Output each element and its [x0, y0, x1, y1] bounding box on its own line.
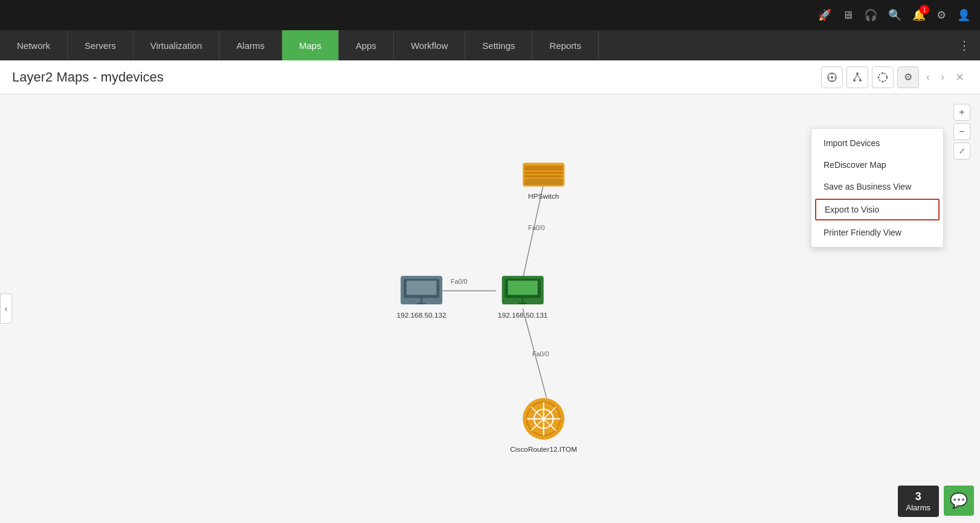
nav-bar: Network Servers Virtualization Alarms Ma… — [0, 30, 980, 60]
map-canvas[interactable]: ‹ Fa0/0 Fa0/0 Fa0/0 HPSwitch — [0, 94, 980, 523]
nav-alarms[interactable]: Alarms — [219, 30, 282, 60]
main-content: Layer2 Maps - mydevices — [0, 60, 980, 523]
map-header: Layer2 Maps - mydevices — [0, 60, 980, 94]
svg-point-7 — [853, 79, 856, 82]
dropdown-menu: Import Devices ReDiscover Map Save as Bu… — [811, 128, 944, 248]
page-title: Layer2 Maps - mydevices — [12, 69, 164, 85]
sidebar-toggle[interactable]: ‹ — [0, 294, 12, 324]
bottom-badges: 3 Alarms 💬 — [898, 486, 974, 517]
save-business-view-item[interactable]: Save as Business View — [811, 176, 943, 197]
rediscover-map-item[interactable]: ReDiscover Map — [811, 154, 943, 176]
nav-maps[interactable]: Maps — [282, 30, 339, 60]
nav-forward-button[interactable]: › — [937, 68, 948, 86]
nav-workflow[interactable]: Workflow — [394, 30, 465, 60]
svg-point-11 — [878, 73, 887, 82]
notification-badge: 1 — [920, 5, 929, 14]
svg-rect-28 — [407, 281, 436, 295]
monitor-icon[interactable]: 🖥 — [842, 9, 853, 22]
zoom-in-button[interactable]: + — [953, 104, 970, 121]
alarms-count: 3 — [906, 490, 930, 503]
hp-switch-label: HPSwitch — [528, 192, 559, 201]
nav-network[interactable]: Network — [0, 30, 68, 60]
close-button[interactable]: ✕ — [952, 68, 968, 86]
nav-virtualization[interactable]: Virtualization — [134, 30, 220, 60]
svg-rect-30 — [417, 303, 426, 304]
zoom-out-button[interactable]: − — [953, 123, 970, 140]
user-icon[interactable]: 👤 — [957, 8, 970, 22]
nav-more-icon[interactable]: ⋮ — [949, 30, 980, 60]
svg-point-8 — [859, 79, 862, 82]
node-132-label: 192.168.50.132 — [396, 311, 446, 319]
nav-servers[interactable]: Servers — [68, 30, 134, 60]
nav-reports[interactable]: Reports — [532, 30, 599, 60]
settings-gear-icon[interactable]: ⚙ — [897, 66, 919, 88]
svg-rect-19 — [524, 165, 563, 170]
layout-circular-icon[interactable] — [872, 66, 894, 88]
svg-rect-22 — [524, 179, 563, 185]
layout-tree-icon[interactable] — [846, 66, 868, 88]
rocket-icon[interactable]: 🚀 — [818, 8, 831, 22]
link-label-hp-131: Fa0/0 — [528, 224, 545, 231]
link-label-132-131: Fa0/0 — [451, 278, 468, 285]
bell-icon[interactable]: 🔔 1 — [912, 8, 926, 22]
nav-back-button[interactable]: ‹ — [923, 68, 933, 86]
import-devices-item[interactable]: Import Devices — [811, 132, 943, 154]
nav-settings[interactable]: Settings — [465, 30, 532, 60]
svg-point-15 — [878, 76, 880, 78]
headset-icon[interactable]: 🎧 — [864, 8, 877, 22]
svg-rect-20 — [524, 172, 563, 174]
svg-point-6 — [856, 72, 859, 75]
svg-rect-24 — [508, 281, 538, 295]
svg-line-10 — [857, 75, 860, 79]
link-label-131-cisco: Fa0/0 — [532, 350, 549, 358]
alarms-badge[interactable]: 3 Alarms — [898, 486, 939, 517]
fit-screen-button[interactable]: ⤢ — [953, 143, 970, 159]
svg-point-14 — [882, 80, 884, 82]
export-visio-item[interactable]: Export to Visio — [815, 199, 940, 220]
nav-apps[interactable]: Apps — [339, 30, 394, 60]
svg-line-9 — [854, 75, 857, 79]
svg-point-13 — [886, 76, 888, 78]
cisco-router-label: CiscoRouter12.ITOM — [510, 445, 577, 454]
svg-rect-21 — [524, 175, 563, 178]
chat-badge[interactable]: 💬 — [944, 486, 974, 516]
node-131-label: 192.168.50.131 — [498, 311, 547, 319]
gear-icon[interactable]: ⚙ — [936, 8, 946, 22]
header-controls: ⚙ ‹ › ✕ — [821, 66, 968, 88]
top-bar: 🚀 🖥 🎧 🔍 🔔 1 ⚙ 👤 — [0, 0, 980, 30]
alarms-label: Alarms — [906, 503, 930, 512]
layout-radial-icon[interactable] — [821, 66, 843, 88]
printer-friendly-item[interactable]: Printer Friendly View — [811, 222, 943, 243]
right-controls: + − ⤢ — [953, 104, 970, 159]
svg-point-12 — [882, 72, 884, 74]
svg-point-1 — [831, 76, 833, 79]
search-icon[interactable]: 🔍 — [888, 8, 901, 22]
svg-rect-26 — [518, 303, 527, 304]
